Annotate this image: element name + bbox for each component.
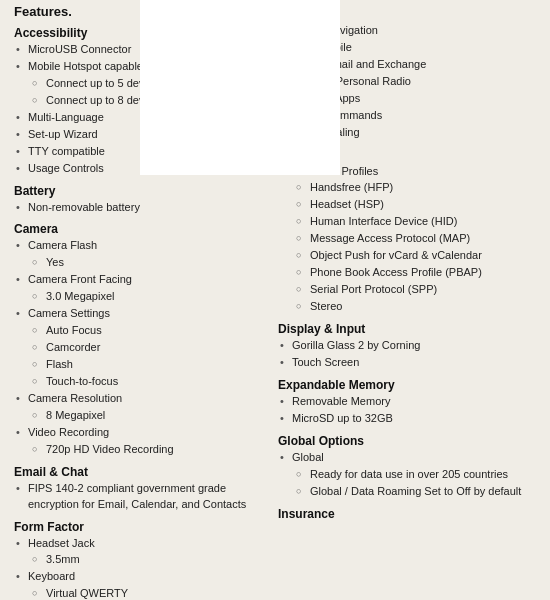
section-memory-title: Expandable Memory (278, 378, 542, 392)
list-item: 3.5mm (28, 552, 262, 568)
list-item: Video Recording 720p HD Video Recording (14, 425, 262, 458)
list-item: Camera Flash Yes (14, 238, 262, 271)
section-global-title: Global Options (278, 434, 542, 448)
section-battery-title: Battery (14, 184, 262, 198)
list-item: Phone Book Access Profile (PBAP) (292, 265, 542, 281)
list-item: Object Push for vCard & vCalendar (292, 248, 542, 264)
section-email-title: Email & Chat (14, 465, 262, 479)
camera-list: Camera Flash Yes Camera Front Facing 3.0… (14, 238, 262, 457)
sub-list: Yes (28, 255, 262, 271)
sub-list: 720p HD Video Recording (28, 442, 262, 458)
list-item: 3.0 Megapixel (28, 289, 262, 305)
global-list: Global Ready for data use in over 205 co… (278, 450, 542, 500)
list-item: Removable Memory (278, 394, 542, 410)
display-list: Gorilla Glass 2 by Corning Touch Screen (278, 338, 542, 371)
list-item: Touch-to-focus (28, 374, 262, 390)
memory-list: Removable Memory MicroSD up to 32GB (278, 394, 542, 427)
sub-list: Handsfree (HFP) Headset (HSP) Human Inte… (292, 180, 542, 315)
list-item: Message Access Protocol (MAP) (292, 231, 542, 247)
section-form-title: Form Factor (14, 520, 262, 534)
sub-list: Auto Focus Camcorder Flash Touch-to-focu… (28, 323, 262, 390)
sub-list: 3.0 Megapixel (28, 289, 262, 305)
sub-list: 8 Megapixel (28, 408, 262, 424)
list-item: Global / Data Roaming Set to Off by defa… (292, 484, 542, 500)
list-item: Auto Focus (28, 323, 262, 339)
list-item: Yes (28, 255, 262, 271)
list-item: Camera Resolution 8 Megapixel (14, 391, 262, 424)
list-item: Human Interface Device (HID) (292, 214, 542, 230)
list-item: Camera Settings Auto Focus Camcorder Fla… (14, 306, 262, 390)
section-insurance-title: Insurance (278, 507, 542, 521)
list-item: MicroSD up to 32GB (278, 411, 542, 427)
list-item: Handsfree (HFP) (292, 180, 542, 196)
sub-list: 3.5mm (28, 552, 262, 568)
list-item: Stereo (292, 299, 542, 315)
list-item: Ready for data use in over 205 countries (292, 467, 542, 483)
list-item: 720p HD Video Recording (28, 442, 262, 458)
list-item: Headset Jack 3.5mm (14, 536, 262, 569)
list-item: Touch Screen (278, 355, 542, 371)
list-item: 8 Megapixel (28, 408, 262, 424)
list-item: Flash (28, 357, 262, 373)
list-item: Gorilla Glass 2 by Corning (278, 338, 542, 354)
list-item: Headset (HSP) (292, 197, 542, 213)
list-item: Virtual QWERTY (28, 586, 262, 600)
form-list: Headset Jack 3.5mm Keyboard Virtual QWER… (14, 536, 262, 601)
list-item: Camcorder (28, 340, 262, 356)
sub-list: Virtual QWERTY Virtual QWERTY Keyboard w… (28, 586, 262, 600)
overlay-block-1 (140, 0, 340, 175)
list-item: FIPS 140-2 compliant government grade en… (14, 481, 262, 513)
page: Features. Accessibility MicroUSB Connect… (0, 0, 550, 600)
section-camera-title: Camera (14, 222, 262, 236)
list-item: Bluetooth Profiles Handsfree (HFP) Heads… (278, 164, 542, 315)
sub-list: Ready for data use in over 205 countries… (292, 467, 542, 500)
list-item: Serial Port Protocol (SPP) (292, 282, 542, 298)
list-item: Global Ready for data use in over 205 co… (278, 450, 542, 500)
list-item: Keyboard Virtual QWERTY Virtual QWERTY K… (14, 569, 262, 600)
bluetooth-list: Bluetooth Profiles Handsfree (HFP) Heads… (278, 164, 542, 315)
email-list: FIPS 140-2 compliant government grade en… (14, 481, 262, 513)
list-item: Non-removable battery (14, 200, 262, 216)
battery-list: Non-removable battery (14, 200, 262, 216)
section-display-title: Display & Input (278, 322, 542, 336)
list-item: Camera Front Facing 3.0 Megapixel (14, 272, 262, 305)
